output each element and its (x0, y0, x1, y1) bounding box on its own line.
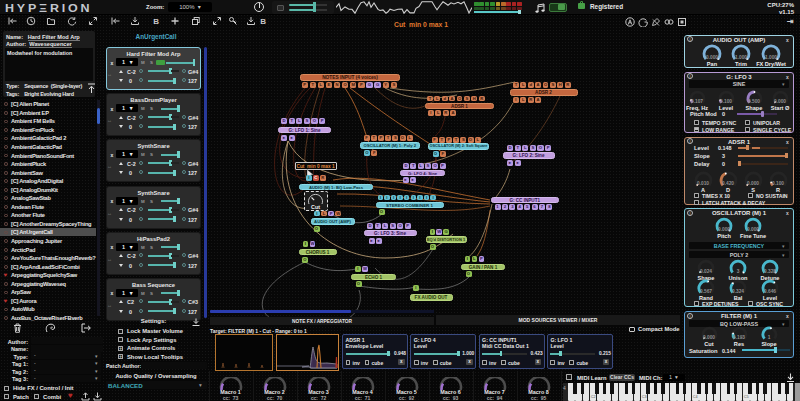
svg-text:B: B (153, 17, 159, 26)
svg-text:B: B (260, 17, 266, 26)
